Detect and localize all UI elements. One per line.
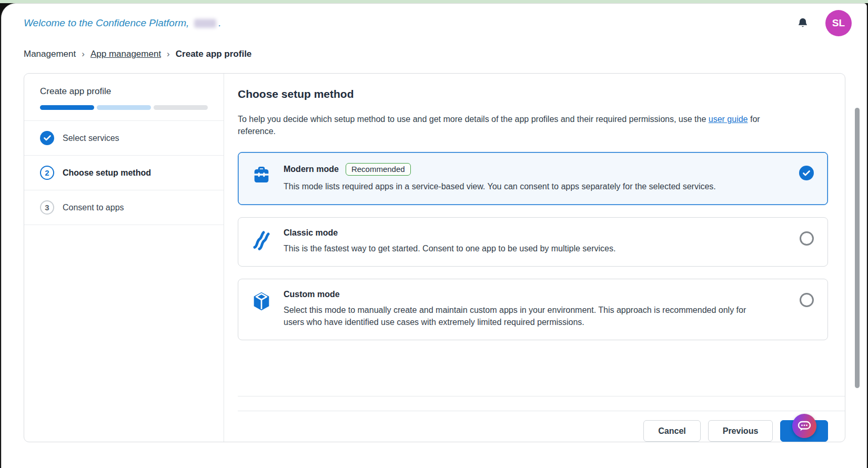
intro-before-link: To help you decide which setup method to…	[238, 115, 709, 124]
step-label: Select services	[63, 134, 119, 143]
breadcrumb: Management › App management › Create app…	[24, 49, 866, 59]
progress-bar	[40, 105, 208, 110]
chat-support-button[interactable]	[792, 414, 816, 438]
step-number: 2	[45, 168, 49, 177]
breadcrumb-current-page: Create app profile	[176, 49, 252, 59]
wizard-title: Create app profile	[40, 86, 208, 97]
step-label: Consent to apps	[63, 203, 124, 212]
option-card-custom-mode[interactable]: Custom mode Select this mode to manually…	[238, 279, 828, 340]
option-title: Modern mode	[284, 165, 339, 174]
welcome-text: Welcome to the Confidence Platform,	[24, 17, 189, 29]
progress-segment-complete	[40, 105, 94, 110]
waves-icon	[251, 229, 272, 250]
breadcrumb-separator-icon: ›	[167, 49, 170, 59]
avatar[interactable]: SL	[825, 10, 852, 36]
cancel-button[interactable]: Cancel	[643, 420, 700, 442]
option-card-classic-mode[interactable]: Classic mode This is the fastest way to …	[238, 217, 828, 267]
option-description: Select this mode to manually create and …	[284, 304, 757, 328]
wizard-sidebar: Create app profile Select services 2 Cho…	[24, 74, 224, 442]
page-title: Choose setup method	[238, 88, 828, 100]
option-card-body: Modern mode Recommended This mode lists …	[284, 163, 788, 192]
header: Welcome to the Confidence Platform, . SL	[2, 4, 866, 36]
cube-icon	[251, 291, 272, 312]
user-guide-link[interactable]: user guide	[709, 115, 748, 124]
step-number: 3	[45, 203, 49, 212]
option-title: Custom mode	[284, 290, 340, 299]
app-page: Welcome to the Confidence Platform, . SL…	[1, 3, 867, 468]
wizard-panel: Create app profile Select services 2 Cho…	[24, 73, 845, 442]
header-actions: SL	[797, 10, 854, 36]
welcome-message: Welcome to the Confidence Platform, .	[24, 17, 221, 29]
radio-unselected[interactable]	[800, 293, 814, 307]
option-description: This mode lists required apps in a servi…	[284, 180, 757, 192]
step-label: Choose setup method	[63, 168, 151, 178]
previous-button[interactable]: Previous	[708, 420, 773, 442]
notification-bell-icon[interactable]	[797, 17, 809, 29]
breadcrumb-separator-icon: ›	[82, 49, 85, 59]
selected-check-icon[interactable]	[799, 166, 814, 180]
step-select-services[interactable]: Select services	[24, 120, 224, 155]
welcome-period: .	[218, 17, 221, 29]
step-complete-check-icon	[40, 131, 54, 145]
breadcrumb-app-management-link[interactable]: App management	[90, 49, 161, 59]
step-number-badge: 3	[40, 200, 54, 215]
wizard-progress-header: Create app profile	[24, 74, 224, 120]
step-consent-to-apps[interactable]: 3 Consent to apps	[24, 190, 224, 225]
scrollbar-thumb[interactable]	[855, 108, 860, 388]
option-card-body: Custom mode Select this mode to manually…	[284, 290, 788, 328]
intro-text: To help you decide which setup method to…	[238, 113, 788, 137]
toolbox-icon	[251, 164, 272, 185]
progress-segment-current	[97, 105, 151, 110]
wizard-footer: Cancel Previous Next	[238, 411, 845, 442]
option-title: Classic mode	[284, 228, 338, 238]
option-card-body: Classic mode This is the fastest way to …	[284, 228, 788, 255]
setup-method-section: Choose setup method To help you decide w…	[238, 74, 845, 396]
option-description: This is the fastest way to get started. …	[284, 242, 757, 255]
wizard-content: Choose setup method To help you decide w…	[224, 74, 845, 442]
radio-unselected[interactable]	[800, 231, 814, 246]
option-card-modern-mode[interactable]: Modern mode Recommended This mode lists …	[238, 152, 828, 205]
step-choose-setup-method[interactable]: 2 Choose setup method	[24, 155, 224, 190]
step-number-badge: 2	[40, 166, 54, 180]
chat-bubble-icon	[797, 419, 812, 433]
blurred-username	[194, 19, 216, 28]
progress-segment-upcoming	[154, 105, 208, 110]
recommended-badge: Recommended	[346, 163, 411, 176]
avatar-initials: SL	[832, 17, 845, 29]
breadcrumb-management[interactable]: Management	[24, 49, 76, 59]
